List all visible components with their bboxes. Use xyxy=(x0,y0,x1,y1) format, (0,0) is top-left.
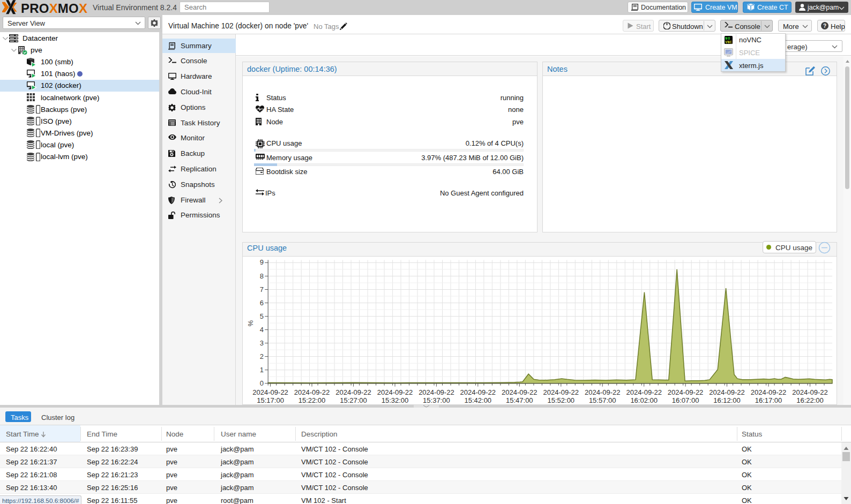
svg-text:?: ? xyxy=(823,23,826,29)
svg-text:VNC: VNC xyxy=(725,41,732,44)
